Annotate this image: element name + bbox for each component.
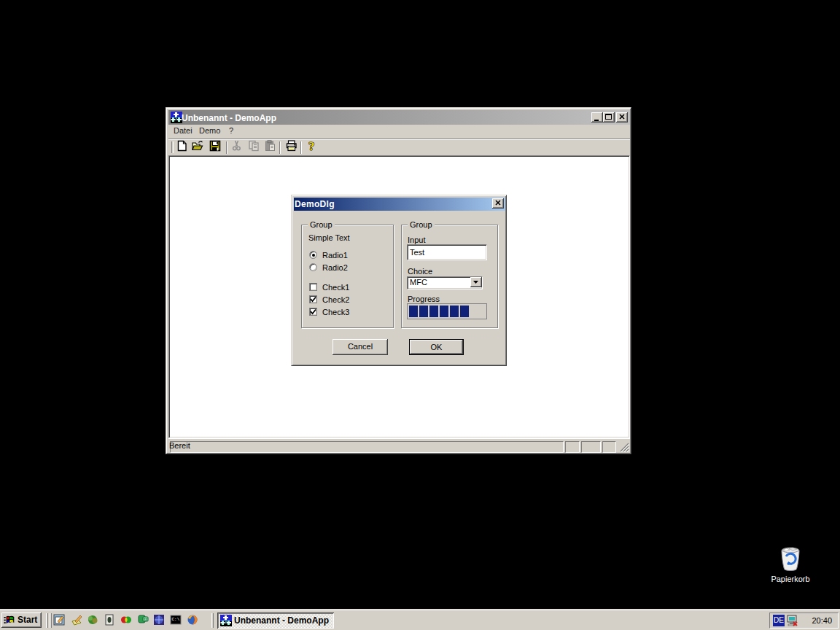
svg-text:?: ?	[308, 140, 315, 152]
svg-text:TZ: TZ	[144, 618, 147, 621]
svg-text:C:\: C:\	[172, 617, 180, 622]
